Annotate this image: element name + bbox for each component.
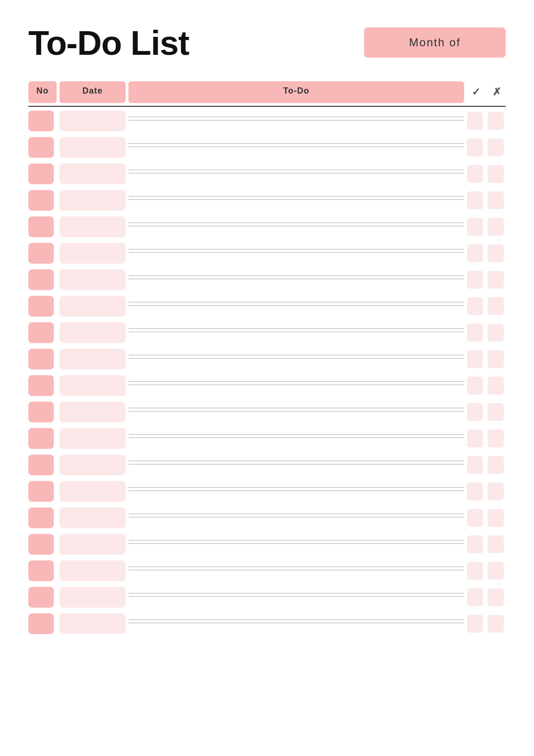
header-divider (28, 106, 506, 107)
cell-check (467, 191, 483, 209)
cell-no (28, 269, 54, 290)
cell-check (467, 430, 483, 447)
cell-no (28, 402, 54, 422)
cell-check (467, 588, 483, 606)
cell-cross (488, 482, 504, 500)
cell-check (467, 324, 483, 342)
cell-no (28, 375, 54, 396)
cell-cross (488, 271, 504, 289)
cell-date (59, 111, 126, 131)
cell-date (59, 402, 126, 422)
cell-no (28, 322, 54, 343)
month-of-box[interactable]: Month of (364, 27, 506, 58)
cell-no (28, 481, 54, 502)
cell-todo (128, 249, 464, 258)
cell-date (59, 349, 126, 369)
table-row (28, 241, 506, 266)
cell-check (467, 138, 483, 156)
cell-no (28, 613, 54, 634)
cell-todo (128, 567, 464, 575)
cell-check (467, 218, 483, 236)
table-row (28, 532, 506, 557)
cell-date (59, 613, 126, 634)
cell-todo (128, 355, 464, 363)
cell-check (467, 403, 483, 421)
cell-cross (488, 562, 504, 580)
cell-cross (488, 430, 504, 447)
cell-cross (488, 218, 504, 236)
cell-todo (128, 381, 464, 390)
cell-cross (488, 403, 504, 421)
cell-todo (128, 275, 464, 284)
cell-date (59, 375, 126, 396)
table-row (28, 373, 506, 398)
table-row (28, 215, 506, 239)
cell-cross (488, 509, 504, 527)
table-row (28, 320, 506, 345)
cell-check (467, 535, 483, 553)
cell-date (59, 534, 126, 555)
cell-todo (128, 223, 464, 231)
cell-date (59, 428, 126, 449)
cell-check (467, 615, 483, 633)
cell-cross (488, 588, 504, 606)
table-row (28, 611, 506, 636)
cell-no (28, 349, 54, 369)
cell-date (59, 269, 126, 290)
cell-date (59, 322, 126, 343)
cell-date (59, 296, 126, 317)
cell-check (467, 165, 483, 183)
cell-todo (128, 143, 464, 152)
cell-no (28, 111, 54, 131)
table-row (28, 585, 506, 610)
cell-cross (488, 165, 504, 183)
cell-check (467, 562, 483, 580)
cell-todo (128, 408, 464, 416)
cell-cross (488, 297, 504, 315)
cell-date (59, 587, 126, 608)
cell-no (28, 428, 54, 449)
cell-cross (488, 138, 504, 156)
cell-cross (488, 244, 504, 262)
cell-check (467, 482, 483, 500)
cell-no (28, 560, 54, 581)
cell-cross (488, 535, 504, 553)
cell-todo (128, 170, 464, 178)
cell-date (59, 481, 126, 502)
cell-todo (128, 434, 464, 443)
cell-todo (128, 461, 464, 469)
cell-todo (128, 514, 464, 522)
table-row (28, 162, 506, 186)
todo-table: No Date To-Do ✓ ✗ (28, 81, 506, 636)
cell-check (467, 271, 483, 289)
column-headers: No Date To-Do ✓ ✗ (28, 81, 506, 103)
cell-no (28, 296, 54, 317)
cell-cross (488, 112, 504, 130)
cell-check (467, 350, 483, 368)
table-row (28, 453, 506, 477)
cell-check (467, 377, 483, 395)
cell-cross (488, 377, 504, 395)
cell-date (59, 507, 126, 528)
cell-no (28, 455, 54, 475)
table-row (28, 267, 506, 292)
cell-no (28, 190, 54, 211)
cell-check (467, 112, 483, 130)
col-header-cross: ✗ (488, 81, 506, 103)
table-row (28, 347, 506, 371)
cell-todo (128, 487, 464, 496)
table-row (28, 426, 506, 451)
table-row (28, 400, 506, 424)
table-row (28, 506, 506, 530)
cell-no (28, 137, 54, 158)
cell-no (28, 507, 54, 528)
cell-date (59, 455, 126, 475)
cell-date (59, 216, 126, 237)
cell-cross (488, 350, 504, 368)
cell-todo (128, 593, 464, 601)
table-row (28, 135, 506, 160)
page-title: To-Do List (28, 24, 189, 62)
col-header-todo: To-Do (128, 81, 464, 103)
cell-cross (488, 191, 504, 209)
cell-cross (488, 456, 504, 474)
